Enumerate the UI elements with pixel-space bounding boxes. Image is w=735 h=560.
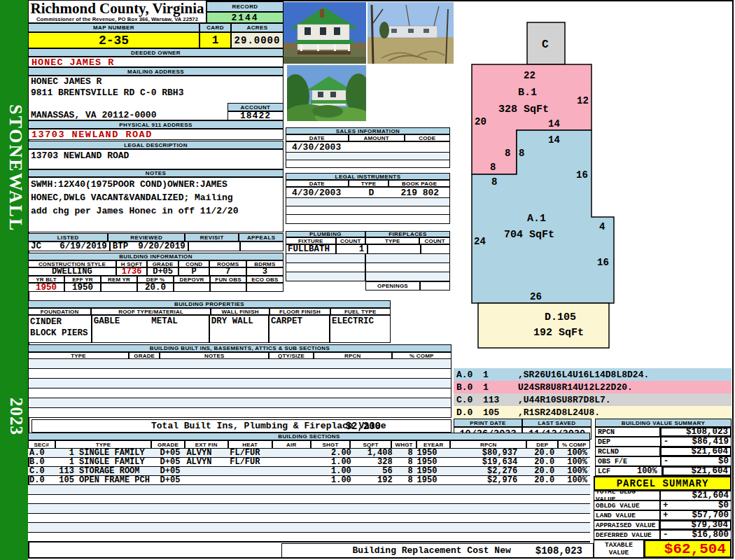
building-value-summary-label: BUILDING VALUE SUMMARY (595, 419, 732, 427)
instruments-headers: DATE TYPE BOOK PAGE (286, 180, 450, 187)
sales-row-1: 4/30/2003 (286, 141, 450, 153)
reviewed-value: BTP9/20/2019 (110, 241, 188, 251)
svg-text:24: 24 (474, 236, 486, 247)
svg-text:12: 12 (577, 95, 589, 106)
sketch-section-d (478, 303, 609, 348)
replacement-cost-label: Building Replacement Cost New (353, 545, 511, 556)
district-name: STONEWALL (2, 91, 26, 245)
parcel-summary-table: TOTAL BLDG VALUE $21,604 OBLDG VALUE +$0… (594, 491, 732, 540)
svg-text:14: 14 (548, 118, 560, 130)
vector-row-c: C.0 113 ,U44R10SU8R7D8L7. (454, 393, 732, 406)
building-section-row-d: D.0 105 OPEN FRAME PCH D+05 1.00 192 8 1… (28, 476, 590, 485)
plumbing-headers: FIXTURE COUNT TYPE COUNT (286, 237, 450, 244)
roof-material: METAL (151, 316, 178, 326)
district-sidebar (0, 0, 28, 560)
acres-label: ACRES (231, 23, 284, 32)
last-saved-label: LAST SAVED (522, 419, 592, 427)
instrument-book-page: 219 802 (391, 187, 450, 198)
property-record-card: { "sidebar": { "district": "STONEWALL", … (0, 0, 735, 560)
roof-type: GABLE (94, 316, 120, 326)
building-sections-empty-rows (28, 485, 590, 542)
legal-instruments-label: LEGAL INSTRUMENTS (286, 173, 450, 180)
acres-value: 29.0000 (231, 32, 284, 48)
svg-text:192 SqFt: 192 SqFt (533, 327, 584, 339)
svg-text:A.1: A.1 (527, 213, 546, 225)
vector-path: ,SR26U16L4U16L14D8L8D24. (518, 370, 649, 380)
svg-text:16: 16 (597, 257, 609, 268)
instruments-empty-row (286, 198, 450, 206)
physical-address-label: PHYSICAL 911 ADDRESS (28, 120, 284, 129)
tax-year: 2023 (4, 385, 26, 448)
fireplace-count (421, 244, 450, 254)
vector-row-b: B.0 1 U24SR8U8R14U12L22D20. (454, 381, 732, 393)
bvs-label: RCLND (595, 447, 660, 456)
title-block: Richmond County, Virginia Commissioner o… (28, 0, 206, 23)
bvs-value: $108,023 (660, 427, 732, 437)
vector-qty: 105 (483, 407, 518, 418)
construction-style: DWELLING (28, 267, 116, 276)
building-properties-values: CINDER BLOCK PIERS GABLE METAL DRY WALL … (28, 315, 391, 343)
taxable-value-label: TAXABLE VALUE (594, 540, 644, 558)
map-number-label: MAP NUMBER (28, 23, 200, 32)
sale-date: 4/30/2003 (286, 141, 352, 153)
svg-text:4: 4 (599, 221, 605, 232)
bvs-value: -$86,419 (661, 437, 732, 447)
functional-obs (210, 283, 246, 292)
effective-year: 1950 (64, 283, 101, 292)
property-photo-front (284, 2, 366, 64)
parcel-row-label: APPRAISED VALUE (594, 520, 659, 530)
sales-empty-row (286, 153, 450, 160)
condition: P (178, 267, 210, 276)
county-title: Richmond County, Virginia (29, 1, 206, 16)
parcel-row-value: +$57,700 (660, 510, 732, 520)
svg-text:704 SqFt: 704 SqFt (504, 229, 554, 241)
revisit-value (188, 241, 241, 251)
appeals-label: APPEALS (239, 233, 284, 241)
built-ins-headers: TYPE GRADE NOTES QTY/SIZE RPCN % COMP (28, 352, 451, 359)
print-date-label: PRINT DATE (454, 419, 522, 427)
building-info-value-1: DWELLING 1736 D+05 P 7 3 (28, 267, 284, 276)
plumbing-count: 1 (336, 244, 368, 254)
parcel-row-label: DEFERRED VALUE (594, 530, 660, 540)
building-value-summary: RPCN $108,023 DEP -$86,419 RCLND $21,604… (595, 427, 732, 476)
building-properties-label: BUILDING PROPERTIES (28, 300, 391, 308)
plumbing-fixture: FULLBATH (286, 244, 336, 254)
vector-qty: 1 (483, 370, 518, 380)
year-built: 1950 (28, 283, 64, 292)
replacement-cost-value: $108,023 (536, 545, 582, 556)
bvs-value: $21,604 (662, 466, 732, 476)
plumbing-empty-rows (286, 254, 450, 281)
parcel-row-value: $79,304 (659, 520, 732, 530)
mailing-line-2: 9811 BRENTSVILLE RD C-0 RBH3 (29, 88, 283, 99)
revisit-label: REVISIT (185, 233, 239, 241)
svg-text:B.1: B.1 (518, 87, 537, 99)
svg-text:16: 16 (576, 169, 588, 181)
heated-sqft: 1736 (116, 267, 148, 276)
record-label: RECORD (206, 1, 284, 12)
fireplaces-label: FIREPLACES (365, 231, 450, 237)
instruments-empty-row (286, 215, 450, 224)
building-information-label: BUILDING INFORMATION (28, 253, 284, 260)
vector-path: U24SR8U8R14U12L22D20. (518, 382, 633, 393)
building-properties-headers: FOUNDATION ROOF TYPE/MATERIAL WALL FINIS… (28, 308, 391, 315)
remodel-year (101, 283, 137, 292)
bvs-label: LCF100% (595, 466, 662, 476)
account-value: 18422 (227, 111, 284, 120)
svg-text:C: C (542, 38, 549, 51)
parcel-row-label: TOTAL BLDG VALUE (594, 491, 660, 500)
svg-text:8: 8 (491, 176, 497, 188)
vector-path: ,R1SR24D8L24U8. (518, 407, 600, 418)
svg-text:8: 8 (519, 148, 524, 159)
svg-text:8: 8 (505, 148, 510, 159)
floor-finish-value: CARPET (269, 315, 330, 343)
instruments-row-1: 4/30/2003 D 219 802 (286, 187, 450, 198)
depreciation-pct: 20.0 (137, 283, 174, 292)
building-info-value-2: 1950 1950 20.0 (28, 283, 284, 292)
deeded-owner-label: DEEDED OWNER (28, 48, 284, 57)
fuel-type-value: ELECTRIC (330, 315, 391, 343)
review-header-row: LISTED REVIEWED REVISIT APPEALS (28, 233, 284, 241)
plumbing-label: PLUMBING (286, 231, 365, 237)
svg-text:8: 8 (490, 162, 496, 173)
sale-amount (352, 141, 406, 153)
bvs-label: OBS F/E (595, 456, 661, 466)
